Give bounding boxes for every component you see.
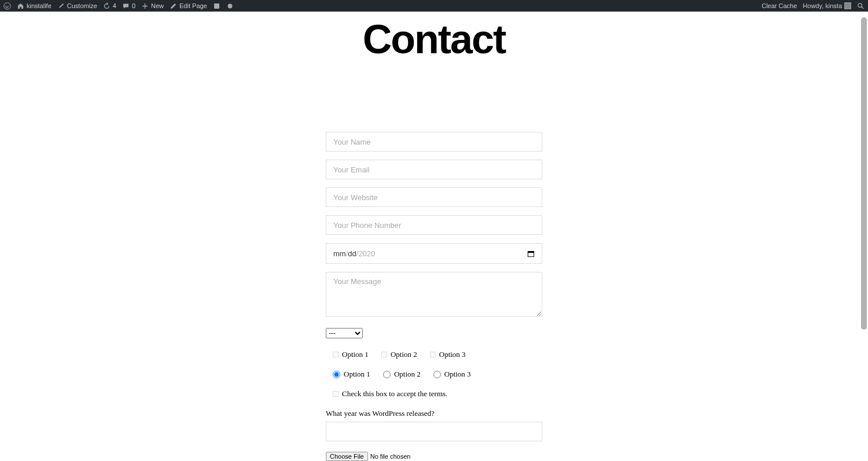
clear-cache-text: Clear Cache: [762, 2, 797, 9]
wordpress-icon: [3, 2, 11, 10]
radio-input[interactable]: [383, 371, 391, 378]
name-input[interactable]: [326, 132, 542, 152]
page-title: Contact: [0, 16, 868, 62]
plugin-icon-2[interactable]: [226, 2, 234, 10]
radio-input[interactable]: [333, 371, 340, 378]
plus-icon: [141, 2, 149, 10]
checkbox-group: Option 1 Option 2 Option 3: [326, 350, 542, 359]
radio-option-2[interactable]: Option 2: [383, 370, 421, 379]
checkbox-option-1[interactable]: Option 1: [333, 350, 369, 359]
updates-link[interactable]: 4: [103, 2, 116, 10]
contact-form: mm/dd/2020 --- Option 1 Option 2 Option …: [326, 132, 542, 461]
svg-point-0: [4, 2, 11, 9]
plugin-icon-1[interactable]: [213, 2, 220, 10]
comments-count: 0: [132, 2, 135, 9]
howdy-link[interactable]: Howdy, kinsta: [803, 2, 851, 9]
svg-rect-5: [528, 251, 534, 253]
gear-icon: [226, 2, 234, 10]
quiz-input[interactable]: [326, 422, 542, 441]
dropdown-select[interactable]: ---: [326, 328, 363, 338]
checkbox-icon: [381, 352, 387, 357]
terms-label: Check this box to accept the terms.: [342, 389, 447, 399]
date-value: mm/dd/2020: [333, 249, 375, 258]
autoptimize-icon: [213, 2, 220, 10]
customize-link[interactable]: Customize: [57, 2, 97, 10]
choose-file-button[interactable]: Choose File: [326, 452, 368, 461]
site-name-text: kinstalife: [27, 2, 52, 9]
checkbox-icon: [333, 391, 339, 397]
checkbox-option-2[interactable]: Option 2: [381, 350, 417, 359]
scrollbar[interactable]: [861, 17, 867, 330]
update-icon: [103, 2, 111, 10]
clear-cache-link[interactable]: Clear Cache: [762, 2, 797, 9]
file-upload: Choose File No file chosen: [326, 452, 542, 461]
file-status: No file chosen: [370, 453, 411, 460]
avatar: [844, 2, 851, 9]
search-icon: [857, 2, 865, 10]
new-link[interactable]: New: [141, 2, 164, 10]
howdy-text: Howdy, kinsta: [803, 2, 842, 9]
checkbox-icon: [430, 352, 436, 357]
email-input[interactable]: [326, 160, 542, 179]
radio-option-1[interactable]: Option 1: [333, 370, 370, 379]
svg-point-3: [858, 3, 862, 7]
edit-page-link[interactable]: Edit Page: [170, 2, 207, 10]
checkbox-option-3[interactable]: Option 3: [430, 350, 466, 359]
new-text: New: [151, 2, 164, 9]
comment-icon: [122, 2, 130, 10]
updates-count: 4: [113, 2, 116, 9]
svg-point-2: [227, 3, 232, 8]
date-input[interactable]: mm/dd/2020: [326, 243, 542, 264]
wp-admin-bar: kinstalife Customize 4 0 New Edit Page: [0, 0, 868, 12]
checkbox-icon: [333, 352, 339, 357]
brush-icon: [57, 2, 65, 10]
radio-option-3[interactable]: Option 3: [433, 370, 471, 379]
pencil-icon: [170, 2, 177, 10]
comments-link[interactable]: 0: [122, 2, 135, 10]
phone-input[interactable]: [326, 215, 542, 235]
quiz-question: What year was WordPress released?: [326, 409, 542, 418]
calendar-icon: [527, 250, 535, 257]
radio-group: Option 1 Option 2 Option 3: [326, 370, 542, 379]
wp-logo[interactable]: [3, 2, 11, 10]
edit-page-text: Edit Page: [179, 2, 207, 9]
site-name-link[interactable]: kinstalife: [17, 2, 52, 10]
radio-input[interactable]: [433, 371, 441, 378]
customize-text: Customize: [67, 2, 97, 9]
terms-checkbox[interactable]: Check this box to accept the terms.: [326, 389, 542, 399]
message-input[interactable]: [326, 272, 542, 317]
search-toggle[interactable]: [857, 2, 865, 10]
svg-rect-1: [214, 3, 219, 8]
home-icon: [17, 2, 24, 10]
website-input[interactable]: [326, 187, 542, 207]
